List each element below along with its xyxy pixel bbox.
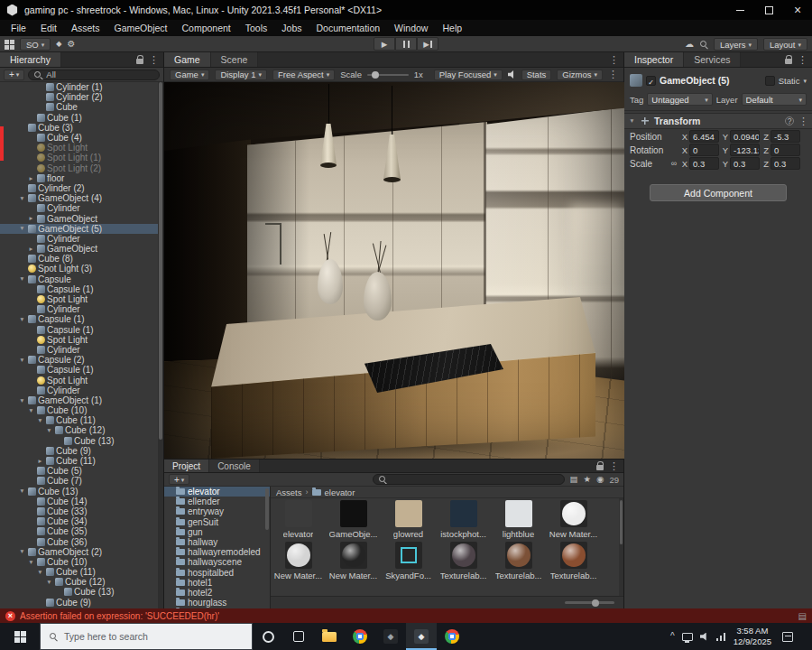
folder-item[interactable]: hotel1	[164, 578, 270, 588]
menu-item[interactable]: Help	[435, 23, 469, 33]
expand-arrow-icon[interactable]: ▾	[27, 407, 35, 414]
hierarchy-scrollbar-thumb[interactable]	[159, 82, 162, 440]
y-value-field[interactable]: 0.0940	[730, 130, 760, 143]
expand-arrow-icon[interactable]: ▾	[27, 559, 35, 566]
hierarchy-item[interactable]: Cube (13)	[0, 436, 158, 446]
display-dropdown[interactable]: Display 1	[215, 70, 267, 80]
grid-tool-icon[interactable]	[5, 40, 14, 50]
hierarchy-item[interactable]: ▾ GameObject (4)	[0, 193, 158, 203]
asset-item[interactable]: glowred	[381, 498, 436, 540]
game-display-mode-dropdown[interactable]: Game	[170, 70, 209, 80]
expand-arrow-icon[interactable]: ▾	[18, 488, 26, 495]
hierarchy-item[interactable]: ▾ Cube (11)	[0, 567, 158, 577]
aspect-dropdown[interactable]: Free Aspect	[272, 70, 335, 80]
uniform-scale-link-icon[interactable]: ∞	[669, 159, 678, 168]
static-checkbox[interactable]	[765, 76, 775, 86]
folder-item[interactable]: elevator	[164, 487, 270, 497]
hierarchy-item[interactable]: Cube (13)	[0, 587, 158, 597]
tag-dropdown[interactable]: Untagged	[647, 93, 712, 106]
breadcrumb-current[interactable]: elevator	[325, 488, 355, 497]
hierarchy-item[interactable]: Cylinder	[0, 345, 158, 355]
folder-item[interactable]: gun	[164, 527, 270, 537]
hierarchy-item[interactable]: ▸ GameObject	[0, 244, 158, 254]
y-value-field[interactable]: 0.3	[730, 157, 760, 170]
help-icon[interactable]	[785, 116, 794, 125]
hierarchy-item[interactable]: Cube (3)	[0, 123, 158, 133]
create-asset-button[interactable]	[169, 474, 189, 485]
layer-dropdown[interactable]: Default	[742, 93, 807, 106]
hierarchy-item[interactable]: Cube (33)	[0, 506, 158, 516]
x-value-field[interactable]: 0	[689, 144, 719, 156]
hierarchy-item[interactable]: ▸ floor	[0, 173, 158, 183]
hierarchy-item[interactable]: Spot Light	[0, 335, 158, 345]
hierarchy-item[interactable]: Spot Light	[0, 143, 158, 153]
hierarchy-item[interactable]: ▾ Capsule (1)	[0, 314, 158, 324]
gizmos-dropdown[interactable]: Gizmos	[557, 70, 603, 80]
hierarchy-item[interactable]: Cube (4)	[0, 133, 158, 143]
expand-arrow-icon[interactable]: ▾	[18, 275, 26, 283]
menu-item[interactable]: Assets	[64, 23, 107, 33]
favorites-icon[interactable]	[584, 475, 592, 484]
folder-item[interactable]: ellender	[164, 497, 270, 506]
speaker-tray-icon[interactable]	[700, 633, 709, 641]
asset-item[interactable]: Texturelab...	[436, 540, 491, 581]
tab-inspector[interactable]: Inspector	[624, 52, 684, 67]
diamond-icon[interactable]	[56, 41, 61, 48]
asset-item[interactable]: GameObje...	[326, 498, 381, 540]
minimize-button[interactable]	[725, 0, 754, 20]
monitor-tray-icon[interactable]	[682, 633, 693, 641]
gameobject-name[interactable]: GameObject (5)	[660, 75, 761, 86]
hierarchy-item[interactable]: Cube (35)	[0, 526, 158, 536]
hierarchy-item[interactable]: Capsule (1)	[0, 284, 158, 294]
menu-item[interactable]: File	[4, 23, 33, 33]
hierarchy-item[interactable]: ▸ GameObject	[0, 213, 158, 223]
folder-item[interactable]: hospitalbed	[164, 568, 270, 578]
project-search-input[interactable]	[373, 474, 565, 485]
inspector-menu-icon[interactable]	[798, 55, 807, 65]
component-menu-icon[interactable]	[798, 116, 808, 126]
folder-item[interactable]: hotel2	[164, 588, 270, 598]
menu-item[interactable]: Tools	[238, 23, 275, 33]
task-view-button[interactable]	[283, 623, 314, 650]
expand-arrow-icon[interactable]: ▾	[628, 117, 636, 125]
tab-services[interactable]: Services	[684, 52, 741, 67]
stats-button[interactable]: Stats	[521, 70, 552, 80]
x-value-field[interactable]: 6.454	[689, 130, 719, 143]
hierarchy-item[interactable]: Cube (9)	[0, 598, 158, 608]
step-button[interactable]	[417, 37, 438, 51]
search-icon[interactable]	[699, 40, 708, 49]
asset-item[interactable]: Texturelab...	[491, 540, 546, 581]
game-viewport[interactable]	[164, 82, 624, 459]
unity-editor-button[interactable]	[406, 623, 437, 650]
asset-item[interactable]: istockphot...	[436, 498, 491, 540]
tray-expand-icon[interactable]	[670, 632, 675, 641]
folder-item[interactable]: genSuit	[164, 517, 270, 527]
pause-button[interactable]	[395, 37, 417, 51]
breadcrumb-root[interactable]: Assets	[276, 488, 302, 497]
hierarchy-item[interactable]: Cube (14)	[0, 497, 158, 506]
hierarchy-item[interactable]: Spot Light (2)	[0, 163, 158, 173]
asset-item[interactable]: elevator	[271, 498, 326, 540]
hierarchy-item[interactable]: Cube (9)	[0, 446, 158, 456]
hierarchy-item[interactable]: Cylinder (2)	[0, 92, 158, 102]
tab-game[interactable]: Game	[164, 52, 211, 67]
hierarchy-item[interactable]: Cylinder (1)	[0, 82, 158, 92]
expand-arrow-icon[interactable]: ▾	[18, 357, 26, 364]
hierarchy-item[interactable]: Cube (8)	[0, 254, 158, 264]
asset-grid-scrollbar[interactable]	[619, 498, 623, 596]
hierarchy-item[interactable]: Spot Light	[0, 375, 158, 385]
expand-arrow-icon[interactable]: ▸	[27, 175, 35, 182]
unity-hub-button[interactable]	[375, 623, 406, 650]
thumbnail-zoom-thumb[interactable]	[592, 599, 599, 607]
hierarchy-item[interactable]: Spot Light (1)	[0, 153, 158, 162]
lock-icon[interactable]	[785, 59, 792, 64]
expand-arrow-icon[interactable]: ▾	[18, 195, 26, 202]
x-value-field[interactable]: 0.3	[689, 157, 719, 170]
expand-arrow-icon[interactable]: ▸	[27, 215, 35, 222]
expand-arrow-icon[interactable]: ▾	[18, 397, 26, 404]
folder-item[interactable]: hallwayscene	[164, 557, 270, 567]
taskbar-clock[interactable]: 3:58 AM 12/9/2025	[734, 626, 771, 647]
scale-slider-thumb[interactable]	[372, 71, 379, 79]
console-toggle-icon[interactable]	[798, 611, 807, 621]
tab-project[interactable]: Project	[164, 460, 209, 472]
